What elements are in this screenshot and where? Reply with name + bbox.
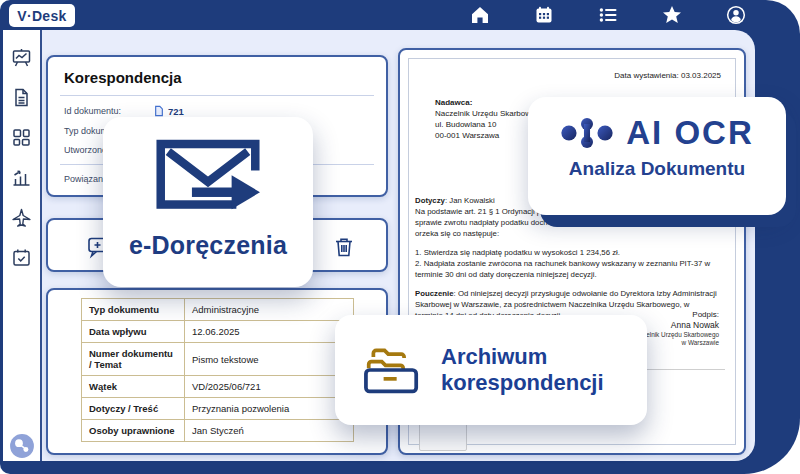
field-value: 721 xyxy=(168,106,184,117)
ai-ocr-title: AI OCR xyxy=(626,114,754,152)
archive-label: Archiwum korespondencji xyxy=(441,344,604,396)
document-icon[interactable] xyxy=(11,87,32,108)
table-row: Dotyczy / TreśćPrzyznania pozwolenia xyxy=(82,398,354,420)
details-table: Typ dokumentuAdministracyjne Data wpływu… xyxy=(81,298,354,442)
trash-icon[interactable] xyxy=(332,235,356,259)
row-value: Przyznania pozwolenia xyxy=(185,398,354,420)
user-profile-icon[interactable] xyxy=(726,5,746,25)
archive-label-line1: Archiwum xyxy=(441,344,604,370)
row-label: Typ dokumentu xyxy=(82,299,185,321)
ai-ocr-subtitle: Analiza Dokumentu xyxy=(528,158,786,180)
edoreczenia-label: e-Doręczenia xyxy=(103,231,313,260)
signature-label: Podpis: xyxy=(632,309,719,320)
sender-label: Nadawca: xyxy=(435,97,544,108)
row-label: Data wpływu xyxy=(82,321,185,343)
row-value: Pismo tekstowe xyxy=(185,343,354,376)
row-value: 12.06.2025 xyxy=(185,321,354,343)
star-icon[interactable] xyxy=(662,5,682,25)
airplane-icon[interactable] xyxy=(11,207,32,228)
panel-title: Korespondencja xyxy=(64,69,370,86)
archive-label-line2: korespondencji xyxy=(441,370,604,396)
envelope-arrow-icon xyxy=(156,139,260,219)
globe-icon[interactable] xyxy=(9,433,35,459)
list-icon[interactable] xyxy=(598,5,618,25)
row-label: Numer dokumentu / Temat xyxy=(82,343,185,376)
table-row: WątekVD/2025/06/721 xyxy=(82,376,354,398)
calendar-check-icon[interactable] xyxy=(11,247,32,268)
table-row: Data wpływu12.06.2025 xyxy=(82,321,354,343)
subject-label: Dotyczy xyxy=(415,196,445,205)
field-id-dokumentu: Id dokumentu: 721 xyxy=(64,105,370,117)
edoreczenia-card: e-Doręczenia xyxy=(103,117,313,287)
decision-item: 1. Stwierdza się nadpłatę podatku w wyso… xyxy=(415,247,717,258)
row-label: Osoby uprawnione xyxy=(82,420,185,442)
file-icon xyxy=(154,105,164,117)
subject-value: : Jan Kowalski xyxy=(445,196,495,205)
calendar-icon[interactable] xyxy=(534,5,554,25)
vdesk-logo: V·Desk xyxy=(9,4,75,27)
topbar-icon-row xyxy=(470,0,746,30)
analytics-icon[interactable] xyxy=(11,167,32,188)
ai-ocr-card: AI OCR Analiza Dokumentu xyxy=(528,97,786,215)
divider xyxy=(60,95,374,96)
row-value: Jan Styczeń xyxy=(185,420,354,442)
ai-ocr-logo-icon xyxy=(560,114,614,152)
home-icon[interactable] xyxy=(470,5,490,25)
table-row: Osoby uprawnioneJan Styczeń xyxy=(82,420,354,442)
row-label: Dotyczy / Treść xyxy=(82,398,185,420)
row-label: Wątek xyxy=(82,376,185,398)
app-screenshot: V·Desk xyxy=(0,0,800,474)
row-value: VD/2025/06/721 xyxy=(185,376,354,398)
decision-item: 2. Nadpłata zostanie zwrócona na rachune… xyxy=(415,258,717,280)
dashboard-grid-icon[interactable] xyxy=(11,127,32,148)
document-date: Data wystawienia: 03.03.2025 xyxy=(614,71,721,80)
archive-folder-icon xyxy=(361,343,423,397)
note-label: Pouczenie xyxy=(415,289,454,298)
field-label: Id dokumentu: xyxy=(64,106,154,116)
presentation-chart-icon[interactable] xyxy=(11,47,32,68)
archive-card: Archiwum korespondencji xyxy=(335,315,647,425)
table-row: Typ dokumentuAdministracyjne xyxy=(82,299,354,321)
table-row: Numer dokumentu / TematPismo tekstowe xyxy=(82,343,354,376)
row-value: Administracyjne xyxy=(185,299,354,321)
vdesk-logo-text: V·Desk xyxy=(17,8,66,24)
sidebar xyxy=(3,30,42,461)
